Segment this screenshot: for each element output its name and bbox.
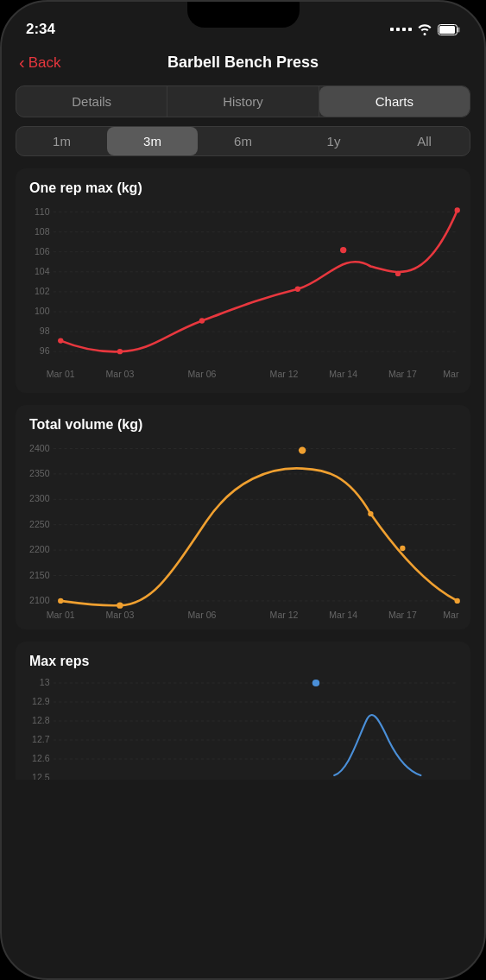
svg-text:2400: 2400 <box>29 443 50 453</box>
wifi-icon <box>417 24 432 35</box>
svg-rect-2 <box>439 26 455 34</box>
svg-point-47 <box>58 598 63 604</box>
chart1-title: One rep max (kg) <box>24 180 462 196</box>
svg-point-50 <box>368 511 373 516</box>
chart2-svg: 2400 2350 2300 2250 2200 2150 2100 Mar 0… <box>24 439 462 621</box>
svg-text:108: 108 <box>35 226 50 237</box>
notch <box>187 2 300 28</box>
svg-point-48 <box>117 602 123 608</box>
svg-text:Mar 19: Mar 19 <box>443 369 462 379</box>
svg-text:2300: 2300 <box>29 493 50 503</box>
chart2-container: 2400 2350 2300 2250 2200 2150 2100 Mar 0… <box>24 439 462 621</box>
svg-text:12.9: 12.9 <box>32 697 50 706</box>
svg-point-25 <box>455 207 460 212</box>
svg-point-24 <box>395 271 401 276</box>
svg-text:Mar 14: Mar 14 <box>329 369 357 379</box>
svg-text:Mar 03: Mar 03 <box>105 369 134 379</box>
filter-3m[interactable]: 3m <box>107 127 198 155</box>
tab-details[interactable]: Details <box>16 86 167 117</box>
nav-bar: ‹ Back Barbell Bench Press <box>2 45 484 80</box>
filter-all[interactable]: All <box>379 127 470 155</box>
chart1-svg: 110 108 106 104 102 100 98 96 Mar <box>24 203 462 384</box>
svg-text:96: 96 <box>40 345 50 356</box>
page-title: Barbell Bench Press <box>167 54 319 72</box>
svg-text:Mar 17: Mar 17 <box>388 369 417 379</box>
svg-text:110: 110 <box>35 206 50 217</box>
signal-icon <box>390 28 412 31</box>
svg-text:Mar 19: Mar 19 <box>443 610 462 620</box>
chart-max-reps: Max reps 13 12.9 12.8 12.7 12.6 12.5 <box>16 642 470 780</box>
battery-icon <box>438 24 460 35</box>
svg-text:Mar 06: Mar 06 <box>188 610 217 620</box>
tab-history[interactable]: History <box>167 86 319 117</box>
svg-text:Mar 17: Mar 17 <box>388 610 417 620</box>
filter-6m[interactable]: 6m <box>198 127 288 155</box>
svg-text:102: 102 <box>35 286 50 296</box>
chart-total-volume: Total volume (kg) 2400 2350 2300 2250 22… <box>16 405 470 629</box>
svg-text:104: 104 <box>35 266 50 276</box>
svg-text:2350: 2350 <box>29 468 50 478</box>
svg-text:2150: 2150 <box>29 570 50 580</box>
svg-point-19 <box>58 338 63 343</box>
svg-point-71 <box>312 680 319 686</box>
svg-text:98: 98 <box>40 326 50 336</box>
svg-text:2100: 2100 <box>29 595 50 605</box>
chart1-container: 110 108 106 104 102 100 98 96 Mar <box>24 203 462 384</box>
chart3-container: 13 12.9 12.8 12.7 12.6 12.5 <box>24 676 462 780</box>
svg-point-52 <box>455 598 460 604</box>
svg-text:Mar 06: Mar 06 <box>188 369 217 379</box>
svg-text:106: 106 <box>35 246 50 256</box>
back-button[interactable]: ‹ Back <box>19 53 60 73</box>
filter-1m[interactable]: 1m <box>16 127 107 155</box>
time-filter: 1m 3m 6m 1y All <box>16 126 470 156</box>
chart2-title: Total volume (kg) <box>24 417 462 433</box>
tab-charts[interactable]: Charts <box>319 86 470 117</box>
svg-point-49 <box>299 446 306 453</box>
status-icons <box>390 24 460 35</box>
svg-text:12.6: 12.6 <box>32 754 50 763</box>
svg-text:12.8: 12.8 <box>32 716 50 725</box>
svg-text:12.5: 12.5 <box>32 773 50 780</box>
phone-frame: 2:34 ‹ Back Barbell Bench <box>0 0 486 980</box>
svg-text:Mar 12: Mar 12 <box>270 369 299 379</box>
svg-point-20 <box>117 349 123 354</box>
svg-text:Mar 03: Mar 03 <box>105 610 134 620</box>
svg-text:2250: 2250 <box>29 519 50 529</box>
tab-bar: Details History Charts <box>16 85 470 117</box>
chart3-title: Max reps <box>24 654 462 669</box>
svg-text:Mar 14: Mar 14 <box>329 610 357 620</box>
status-time: 2:34 <box>26 21 55 38</box>
svg-text:Mar 12: Mar 12 <box>270 610 299 620</box>
chart3-svg: 13 12.9 12.8 12.7 12.6 12.5 <box>24 676 462 780</box>
svg-text:12.7: 12.7 <box>32 735 50 744</box>
svg-text:13: 13 <box>40 678 50 687</box>
chart-one-rep-max: One rep max (kg) 110 108 106 104 102 100 <box>16 168 470 393</box>
svg-point-22 <box>295 287 300 292</box>
svg-text:Mar 01: Mar 01 <box>47 369 75 379</box>
svg-text:2200: 2200 <box>29 544 50 554</box>
svg-rect-1 <box>458 27 460 32</box>
back-chevron-icon: ‹ <box>19 53 25 73</box>
filter-1y[interactable]: 1y <box>288 127 379 155</box>
svg-point-21 <box>199 318 205 323</box>
back-label: Back <box>28 54 61 72</box>
svg-point-23 <box>340 247 346 253</box>
svg-point-51 <box>400 546 405 551</box>
svg-text:100: 100 <box>35 306 50 316</box>
svg-text:Mar 01: Mar 01 <box>47 610 75 620</box>
